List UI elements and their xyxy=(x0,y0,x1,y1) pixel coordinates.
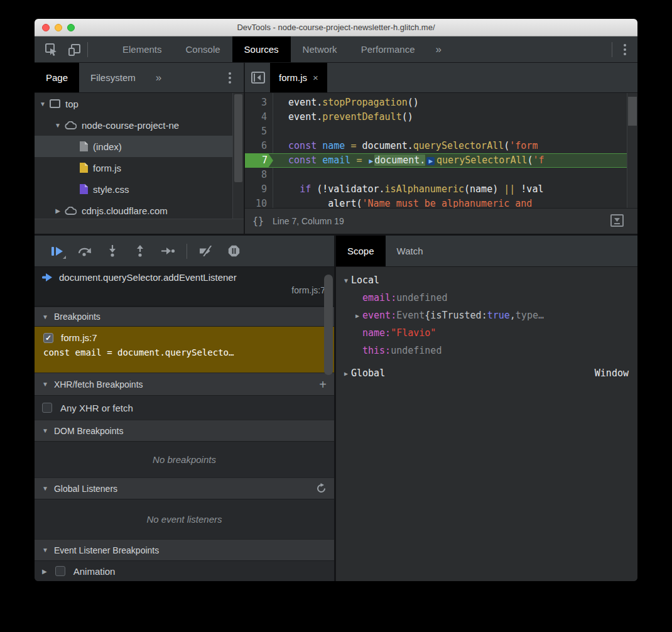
step-over-button[interactable] xyxy=(76,242,94,260)
code-line-5[interactable]: 5 xyxy=(245,124,637,139)
section-breakpoints[interactable]: ▼ Breakpoints xyxy=(35,307,334,327)
call-stack-function: document.querySelector.addEventListener xyxy=(59,272,237,283)
debugger-scrollbar-thumb[interactable] xyxy=(324,275,333,375)
file-tree-item-top[interactable]: ▼top xyxy=(35,93,244,114)
tab-console[interactable]: Console xyxy=(174,36,232,62)
tab-elements[interactable]: Elements xyxy=(111,36,174,62)
animation-checkbox[interactable] xyxy=(55,566,65,576)
file-tree-item-cdnjs-cloudflare-com[interactable]: ▶cdnjs.cloudflare.com xyxy=(35,200,244,219)
devtools-menu-icon[interactable] xyxy=(621,41,629,58)
scope-name: Local xyxy=(351,275,379,286)
line-number[interactable]: 4 xyxy=(245,110,273,124)
call-stack-frame[interactable]: document.querySelector.addEventListener … xyxy=(35,267,334,307)
cloud-icon xyxy=(65,121,77,129)
scope-entry-email[interactable]: email: undefined xyxy=(336,289,637,307)
line-number[interactable]: 9 xyxy=(245,182,273,197)
expand-triangle-icon[interactable]: ▶ xyxy=(42,568,47,575)
resume-script-button[interactable] xyxy=(48,242,66,260)
property-name: email: xyxy=(362,292,396,303)
tab-sources[interactable]: Sources xyxy=(232,36,291,62)
continue-to-here-marker-icon[interactable]: ▶ xyxy=(426,157,435,165)
code-line-4[interactable]: 4 event.preventDefault() xyxy=(245,110,637,124)
window-title: DevTools - node-course-project-newslette… xyxy=(35,23,637,32)
line-number[interactable]: 8 xyxy=(245,168,273,182)
step-button[interactable] xyxy=(159,242,176,260)
code-token: || xyxy=(504,183,515,195)
tab-page[interactable]: Page xyxy=(35,63,79,92)
editor-scrollbar[interactable] xyxy=(627,93,637,208)
file-tree-item-style-css[interactable]: style.css xyxy=(35,178,244,200)
device-toolbar-icon[interactable] xyxy=(65,40,84,59)
code-line-10[interactable]: 10 alert('Name must be alphanumeric and xyxy=(245,197,637,208)
line-number[interactable]: 3 xyxy=(245,95,273,110)
add-xhr-breakpoint-icon[interactable]: + xyxy=(319,378,327,391)
pretty-print-icon[interactable]: {} xyxy=(252,215,264,227)
close-tab-icon[interactable]: × xyxy=(313,72,318,83)
tab-network[interactable]: Network xyxy=(291,36,349,62)
pause-on-exceptions-button[interactable] xyxy=(225,242,242,260)
code-line-6[interactable]: 6 const name = document.querySelectorAll… xyxy=(245,139,637,153)
scope-entry-global[interactable]: ▶GlobalWindow xyxy=(336,364,637,382)
property-name: this: xyxy=(362,345,391,356)
inspect-element-icon[interactable] xyxy=(42,40,61,59)
breakpoint-checkbox[interactable]: ✓ xyxy=(43,333,53,343)
tab-filesystem[interactable]: Filesystem xyxy=(79,63,147,92)
step-out-button[interactable] xyxy=(131,242,149,260)
scope-entry-name[interactable]: name: "Flavio" xyxy=(336,324,637,342)
section-xhr-breakpoints[interactable]: ▼ XHR/fetch Breakpoints + xyxy=(35,373,334,396)
scope-expander-icon[interactable]: ▼ xyxy=(341,277,351,284)
editor-tab-formjs[interactable]: form.js × xyxy=(270,63,327,92)
code-line-7[interactable]: 7 const email = ▶document.▶querySelector… xyxy=(245,153,637,168)
tree-expander-icon[interactable]: ▼ xyxy=(53,122,62,129)
code-token: querySelectorAll xyxy=(436,155,528,166)
code-line-8[interactable]: 8 xyxy=(245,168,637,182)
sidebar-scrollbar[interactable] xyxy=(232,93,244,219)
breakpoint-entry[interactable]: ✓ form.js:7 const email = document.query… xyxy=(35,327,334,373)
property-value: "Flavio" xyxy=(391,327,436,339)
line-number[interactable]: 6 xyxy=(245,139,273,153)
tab-scope[interactable]: Scope xyxy=(336,236,386,266)
tab-watch[interactable]: Watch xyxy=(386,236,435,266)
property-value: {isTrusted: xyxy=(425,310,487,321)
code-line-9[interactable]: 9 if (!validator.isAlphanumeric(name) ||… xyxy=(245,182,637,197)
refresh-listeners-icon[interactable] xyxy=(316,483,327,494)
scope-expander-icon[interactable]: ▶ xyxy=(341,370,351,377)
any-xhr-row[interactable]: Any XHR or fetch xyxy=(35,396,334,420)
line-number[interactable]: 10 xyxy=(245,197,273,208)
code-line-text: const email = ▶document.▶querySelectorAl… xyxy=(273,153,545,168)
tab-performance[interactable]: Performance xyxy=(349,36,427,62)
scope-entry-local[interactable]: ▼Local xyxy=(336,271,637,289)
scope-expander-icon[interactable]: ▶ xyxy=(352,312,362,319)
file-tree-item-node-course-project-ne[interactable]: ▼node-course-project-ne xyxy=(35,114,244,136)
code-token: if xyxy=(300,183,317,195)
hide-navigator-icon[interactable] xyxy=(247,63,269,92)
file-tree-item-form-js[interactable]: form.js xyxy=(35,157,244,178)
execution-line-gutter[interactable]: 7 xyxy=(245,153,273,168)
editor-scrollbar-thumb[interactable] xyxy=(628,97,637,126)
animation-category-row[interactable]: ▶ Animation xyxy=(35,561,334,581)
section-dom-breakpoints[interactable]: ▼ DOM Breakpoints xyxy=(35,420,334,442)
more-navigator-tabs-chevron[interactable]: » xyxy=(147,63,170,92)
expand-panel-icon[interactable] xyxy=(610,214,624,227)
line-number[interactable]: 5 xyxy=(245,124,273,139)
deactivate-breakpoints-button[interactable] xyxy=(197,242,215,260)
code-line-3[interactable]: 3 event.stopPropagation() xyxy=(245,95,637,110)
continue-to-here-marker-icon[interactable]: ▶ xyxy=(369,157,374,165)
section-global-listeners[interactable]: ▼ Global Listeners xyxy=(35,477,334,499)
sidebar-scrollbar-thumb[interactable] xyxy=(234,94,242,182)
scope-entry-event[interactable]: ▶event: Event {isTrusted: true, type… xyxy=(336,307,637,324)
section-event-listener-breakpoints[interactable]: ▼ Event Listener Breakpoints xyxy=(35,539,334,561)
any-xhr-checkbox[interactable] xyxy=(42,403,52,413)
tree-expander-icon[interactable]: ▼ xyxy=(38,101,47,107)
tree-expander-icon[interactable]: ▶ xyxy=(53,207,62,214)
file-tree-item--index-[interactable]: (index) xyxy=(35,136,244,157)
more-tabs-chevron[interactable]: » xyxy=(427,36,450,62)
titlebar[interactable]: DevTools - node-course-project-newslette… xyxy=(35,19,637,36)
scope-entry-this[interactable]: this: undefined xyxy=(336,342,637,359)
step-into-button[interactable] xyxy=(104,242,121,260)
global-listeners-empty: No event listeners xyxy=(35,499,334,539)
navigator-menu-icon[interactable] xyxy=(226,70,234,86)
code-token: document xyxy=(362,140,407,151)
code-token: . xyxy=(317,97,322,108)
toolbar-separator xyxy=(87,42,88,57)
